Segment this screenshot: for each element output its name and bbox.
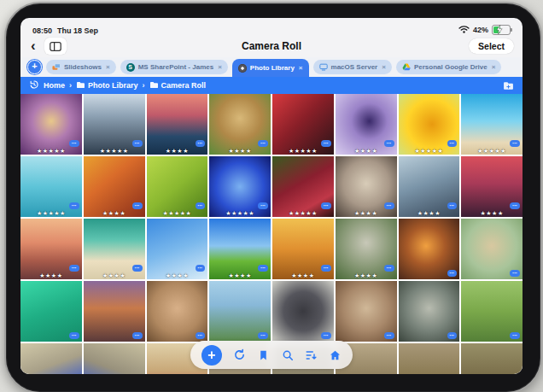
more-options-badge[interactable]: ••• bbox=[384, 202, 394, 209]
more-options-badge[interactable]: ••• bbox=[258, 265, 268, 272]
more-options-badge[interactable]: ••• bbox=[132, 202, 143, 209]
more-options-badge[interactable]: ••• bbox=[258, 332, 268, 339]
more-options-badge[interactable]: ••• bbox=[132, 140, 143, 147]
photo-thumb-beach-waves[interactable]: ★★★★★••• bbox=[461, 94, 523, 155]
tab-macos-server[interactable]: macOS Server × bbox=[313, 60, 392, 74]
close-icon[interactable]: × bbox=[492, 63, 496, 71]
more-options-badge[interactable]: ••• bbox=[69, 202, 79, 209]
more-options-badge[interactable]: ••• bbox=[447, 140, 458, 147]
more-options-badge[interactable]: ••• bbox=[384, 265, 394, 272]
refresh-button[interactable] bbox=[233, 348, 246, 361]
photo-thumb-baboon[interactable]: ••• bbox=[336, 281, 397, 342]
tab-ms-sharepoint[interactable]: S MS SharePoint - James × bbox=[120, 60, 228, 74]
folder-new-icon[interactable] bbox=[503, 81, 514, 91]
photo-thumb-black-eagle[interactable]: ••• bbox=[272, 281, 334, 342]
photo-thumb-blue-jay-closeup[interactable] bbox=[84, 343, 145, 374]
more-options-badge[interactable]: ••• bbox=[69, 332, 79, 339]
search-button[interactable] bbox=[281, 348, 294, 361]
more-options-badge[interactable]: ••• bbox=[321, 140, 331, 147]
more-options-badge[interactable]: ••• bbox=[196, 265, 206, 272]
more-options-badge[interactable]: ••• bbox=[196, 332, 206, 339]
new-tab-button[interactable]: + bbox=[27, 60, 42, 74]
breadcrumb-camera-roll[interactable]: Camera Roll bbox=[149, 81, 207, 91]
photo-thumb-red-succulent[interactable]: ★★★★★••• bbox=[272, 156, 334, 217]
photo-thumb-coastal-sunset[interactable]: ★★★★••• bbox=[147, 94, 208, 155]
photo-thumb-blue-jay-fence[interactable] bbox=[20, 343, 82, 374]
tab-photo-library[interactable]: Photo Library × bbox=[232, 59, 309, 77]
photo-thumb-daisy-sky[interactable]: ★★★★••• bbox=[147, 219, 208, 279]
photo-thumb-autumn-leaves[interactable]: ★★★★••• bbox=[84, 156, 145, 217]
close-icon[interactable]: × bbox=[299, 64, 303, 72]
photo-thumb-plush-toy-purple[interactable]: ★★★★★••• bbox=[20, 94, 82, 155]
more-options-badge[interactable]: ••• bbox=[69, 140, 79, 147]
rating-stars: ★★★★ bbox=[354, 148, 377, 155]
photo-thumb-village-evening[interactable]: ••• bbox=[84, 281, 145, 342]
more-options-badge[interactable]: ••• bbox=[196, 140, 206, 147]
more-options-badge[interactable]: ••• bbox=[69, 265, 79, 272]
page-background: 08:50 Thu 18 Sep 42% ‹ bbox=[0, 0, 543, 392]
close-icon[interactable]: × bbox=[382, 63, 386, 71]
history-icon[interactable] bbox=[29, 79, 39, 91]
tab-label: Personal Google Drive bbox=[414, 63, 488, 71]
more-options-badge[interactable]: ••• bbox=[447, 332, 458, 339]
photo-thumb-lemur-on-fence[interactable]: ★★★★••• bbox=[336, 219, 397, 279]
photo-thumb-pier-sunset[interactable]: ★★★★••• bbox=[20, 219, 82, 279]
photo-thumb-owl-on-hand[interactable]: ••• bbox=[461, 219, 523, 279]
sort-button[interactable] bbox=[305, 348, 318, 361]
more-options-badge[interactable]: ••• bbox=[196, 202, 206, 209]
add-button[interactable]: + bbox=[201, 345, 222, 366]
photo-thumb-ocean-sunlight[interactable]: ★★★★★••• bbox=[20, 156, 82, 217]
more-options-badge[interactable]: ••• bbox=[447, 202, 458, 209]
battery-charging-icon bbox=[492, 25, 511, 35]
photo-thumb-tortoise[interactable]: ••• bbox=[147, 281, 208, 342]
photo-thumb-sunflower[interactable]: ★★★★★••• bbox=[399, 94, 460, 155]
photo-thumb-blue-chrysanthemum[interactable]: ★★★★★••• bbox=[209, 156, 271, 217]
more-options-badge[interactable]: ••• bbox=[321, 202, 331, 209]
photo-thumb-giraffe[interactable]: ★★★★••• bbox=[209, 94, 271, 155]
more-options-badge[interactable]: ••• bbox=[258, 140, 268, 147]
photo-thumb-festival-crowd[interactable]: ••• bbox=[209, 281, 271, 342]
photo-thumb-fire-scene[interactable]: ••• bbox=[399, 219, 460, 279]
photo-thumb-purple-daisy[interactable]: ★★★★••• bbox=[336, 94, 397, 155]
breadcrumb-photo-library[interactable]: Photo Library bbox=[76, 81, 138, 91]
tab-personal-google-drive[interactable]: Personal Google Drive × bbox=[396, 60, 501, 74]
crumb-label: Camera Roll bbox=[161, 81, 207, 90]
photo-thumb-berries-fruit[interactable]: ★★★★★••• bbox=[272, 94, 334, 155]
more-options-badge[interactable]: ••• bbox=[447, 270, 458, 277]
photo-thumb-raccoon[interactable]: ••• bbox=[399, 281, 460, 342]
photo-thumb-autumn-forest[interactable]: ★★★★••• bbox=[272, 219, 334, 279]
close-icon[interactable]: × bbox=[218, 63, 222, 71]
photo-thumb-zoo-visitors-2[interactable] bbox=[461, 343, 523, 374]
sidebar-toggle-icon[interactable] bbox=[44, 38, 67, 55]
photo-thumb-hippo-swimming[interactable]: ••• bbox=[20, 281, 82, 342]
rating-stars: ★★★★ bbox=[102, 210, 126, 217]
more-options-badge[interactable]: ••• bbox=[510, 202, 520, 209]
breadcrumb-home[interactable]: Home bbox=[44, 81, 65, 90]
photo-thumb-skyscrapers-x[interactable]: ★★★★★••• bbox=[84, 94, 145, 155]
photo-thumb-walkers-on-grass[interactable]: ••• bbox=[461, 281, 523, 342]
more-options-badge[interactable]: ••• bbox=[510, 270, 520, 277]
tab-slideshows[interactable]: Slideshows × bbox=[46, 60, 116, 74]
photo-thumb-tropical-beach[interactable]: ★★★★••• bbox=[84, 219, 145, 279]
more-options-badge[interactable]: ••• bbox=[384, 140, 394, 147]
rating-stars: ★★★★ bbox=[166, 272, 189, 279]
more-options-badge[interactable]: ••• bbox=[132, 332, 143, 339]
photo-thumb-city-red-sunset[interactable]: ★★★★••• bbox=[461, 156, 523, 217]
back-chevron-icon[interactable]: ‹ bbox=[29, 38, 38, 55]
more-options-badge[interactable]: ••• bbox=[510, 332, 520, 339]
photo-thumb-glass-building[interactable]: ★★★★••• bbox=[399, 156, 460, 217]
photo-thumb-green-meadow[interactable]: ★★★★••• bbox=[209, 219, 271, 279]
photo-thumb-zoo-visitors-1[interactable] bbox=[399, 343, 460, 374]
more-options-badge[interactable]: ••• bbox=[510, 140, 520, 147]
bookmark-button[interactable] bbox=[257, 348, 270, 361]
more-options-badge[interactable]: ••• bbox=[321, 332, 331, 339]
close-icon[interactable]: × bbox=[106, 63, 110, 71]
select-button[interactable]: Select bbox=[469, 38, 514, 54]
photo-thumb-barn-owl[interactable]: ★★★★••• bbox=[336, 156, 397, 217]
photo-thumb-green-snake[interactable]: ★★★★★••• bbox=[147, 156, 208, 217]
more-options-badge[interactable]: ••• bbox=[258, 202, 268, 209]
more-options-badge[interactable]: ••• bbox=[384, 332, 394, 339]
home-button[interactable] bbox=[329, 348, 342, 361]
more-options-badge[interactable]: ••• bbox=[321, 265, 331, 272]
more-options-badge[interactable]: ••• bbox=[132, 265, 143, 272]
